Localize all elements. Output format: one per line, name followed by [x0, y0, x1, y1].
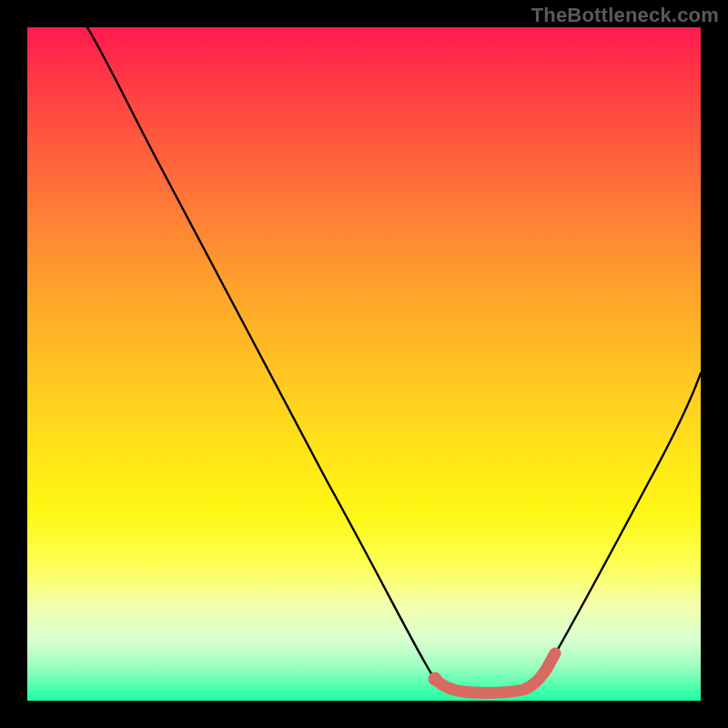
chart-svg	[27, 27, 701, 701]
plot-area	[27, 27, 701, 701]
bottleneck-curve	[87, 27, 701, 695]
chart-frame: TheBottleneck.com	[0, 0, 728, 728]
optimal-range-marker	[435, 653, 555, 693]
optimal-start-dot	[429, 672, 442, 686]
watermark-text: TheBottleneck.com	[531, 4, 719, 27]
